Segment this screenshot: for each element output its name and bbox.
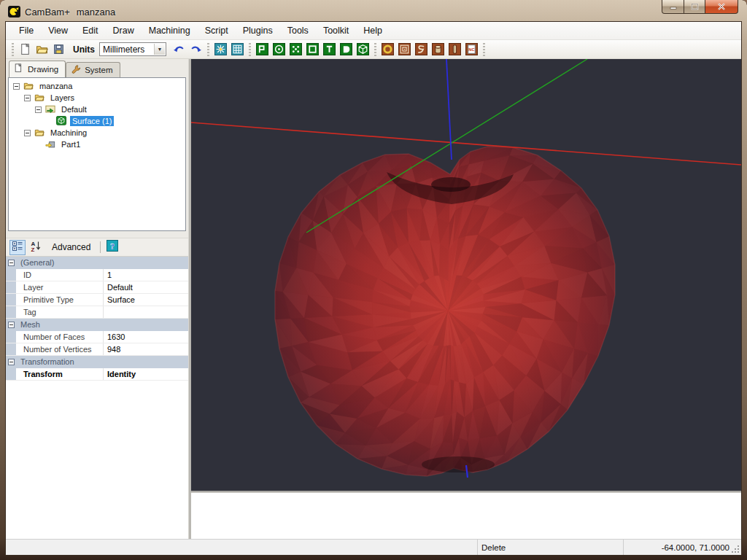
units-label: Units bbox=[73, 44, 95, 55]
rectangle-icon[interactable] bbox=[306, 43, 319, 55]
tree-item-label[interactable]: Part1 bbox=[59, 139, 82, 149]
property-value[interactable]: Surface bbox=[104, 294, 188, 306]
tree-item-layers[interactable]: Layers bbox=[10, 92, 185, 104]
bottom-panel bbox=[191, 493, 741, 539]
tree-item-surface-1-[interactable]: Surface (1) bbox=[10, 115, 185, 127]
tree-expander-icon[interactable] bbox=[24, 95, 31, 101]
menu-edit[interactable]: Edit bbox=[75, 22, 106, 39]
property-name: Layer bbox=[16, 281, 104, 293]
redo-icon[interactable] bbox=[190, 43, 202, 55]
property-category-general[interactable]: (General) bbox=[6, 257, 188, 269]
menu-plugins[interactable]: Plugins bbox=[236, 22, 280, 39]
category-collapse-icon[interactable] bbox=[8, 359, 15, 365]
drawing-tree[interactable]: manzanaLayersDefaultSurface (1)Machining… bbox=[8, 77, 186, 231]
title-bar[interactable]: CamBam+ manzana bbox=[0, 0, 747, 22]
undo-icon[interactable] bbox=[173, 43, 185, 55]
tree-item-manzana[interactable]: manzana bbox=[10, 80, 185, 92]
property-row-number-of-faces[interactable]: Number of Faces1630 bbox=[6, 331, 188, 343]
maximize-button[interactable] bbox=[684, 0, 705, 14]
panel-splitter[interactable] bbox=[6, 231, 188, 238]
polyline-icon[interactable] bbox=[256, 43, 268, 55]
property-name: Transform bbox=[16, 368, 104, 380]
menu-tools[interactable]: Tools bbox=[280, 22, 316, 39]
property-value[interactable]: Default bbox=[104, 281, 188, 293]
property-row-number-of-vertices[interactable]: Number of Vertices948 bbox=[6, 343, 188, 356]
tab-system[interactable]: System bbox=[66, 62, 120, 77]
menu-toolkit[interactable]: Toolkit bbox=[316, 22, 356, 39]
units-value: Millimeters bbox=[103, 44, 144, 55]
svg-text:?: ? bbox=[110, 241, 115, 252]
gcode-icon[interactable]: NC bbox=[465, 43, 478, 55]
categorized-view-button[interactable] bbox=[9, 240, 26, 255]
dropdown-arrow-icon[interactable]: ▼ bbox=[154, 44, 165, 55]
tree-item-default[interactable]: Default bbox=[10, 104, 185, 115]
alphabetical-sort-button[interactable]: AZ bbox=[28, 240, 44, 255]
tree-item-label[interactable]: manzana bbox=[37, 81, 74, 91]
wrench-icon bbox=[71, 64, 81, 76]
property-row-layer[interactable]: LayerDefault bbox=[6, 281, 188, 294]
property-value[interactable] bbox=[104, 306, 188, 318]
property-row-tag[interactable]: Tag bbox=[6, 306, 188, 319]
right-area bbox=[191, 59, 741, 539]
advanced-button[interactable]: Advanced bbox=[46, 242, 96, 252]
property-category-mesh[interactable]: Mesh bbox=[6, 319, 188, 331]
property-row-transform[interactable]: TransformIdentity bbox=[6, 368, 188, 381]
app-logo-icon bbox=[8, 6, 20, 18]
category-strip bbox=[6, 306, 16, 318]
text-icon[interactable] bbox=[323, 43, 336, 55]
menu-view[interactable]: View bbox=[41, 22, 75, 39]
property-value[interactable]: 1 bbox=[104, 269, 188, 281]
tree-item-machining[interactable]: Machining bbox=[10, 127, 185, 139]
pocket-toolpath-icon[interactable] bbox=[398, 43, 411, 55]
category-collapse-icon[interactable] bbox=[8, 322, 15, 328]
snap-points-icon[interactable] bbox=[214, 43, 227, 55]
units-dropdown[interactable]: Millimeters ▼ bbox=[99, 42, 166, 56]
menu-script[interactable]: Script bbox=[198, 22, 236, 39]
tree-expander-icon[interactable] bbox=[35, 106, 42, 113]
property-value[interactable]: Identity bbox=[104, 368, 188, 380]
category-collapse-icon[interactable] bbox=[8, 260, 15, 266]
property-value[interactable]: 948 bbox=[104, 343, 188, 355]
property-value[interactable]: 1630 bbox=[104, 331, 188, 343]
tree-expander-icon[interactable] bbox=[13, 83, 20, 90]
property-category-transformation[interactable]: Transformation bbox=[6, 356, 188, 368]
tree-item-label[interactable]: Layers bbox=[48, 93, 77, 103]
region-icon[interactable] bbox=[340, 43, 352, 55]
tree-item-label[interactable]: Default bbox=[59, 104, 89, 114]
grid-icon[interactable] bbox=[231, 43, 244, 55]
window-title-doc: manzana bbox=[77, 7, 115, 18]
tree-item-part1[interactable]: Part1 bbox=[10, 139, 185, 150]
tab-drawing[interactable]: Drawing bbox=[9, 61, 66, 77]
left-panel: DrawingSystem manzanaLayersDefaultSurfac… bbox=[6, 59, 188, 539]
point-list-icon[interactable] bbox=[290, 43, 302, 55]
property-row-primitive-type[interactable]: Primitive TypeSurface bbox=[6, 294, 188, 306]
property-name: ID bbox=[16, 269, 104, 281]
save-file-icon[interactable] bbox=[53, 43, 65, 55]
toolbar-grip bbox=[374, 43, 376, 56]
circle-icon[interactable] bbox=[273, 43, 285, 55]
resize-grip[interactable] bbox=[731, 545, 740, 554]
tree-expander-icon[interactable] bbox=[24, 130, 31, 136]
menu-draw[interactable]: Draw bbox=[106, 22, 142, 39]
property-row-id[interactable]: ID1 bbox=[6, 269, 188, 281]
lathe-toolpath-icon[interactable] bbox=[449, 43, 461, 55]
close-button[interactable] bbox=[705, 0, 738, 14]
folder-icon bbox=[23, 81, 34, 91]
menu-file[interactable]: File bbox=[12, 22, 41, 39]
3d-viewport[interactable] bbox=[191, 59, 741, 491]
drill-toolpath-icon[interactable] bbox=[432, 43, 444, 55]
tree-item-label[interactable]: Machining bbox=[48, 128, 89, 138]
property-name: Tag bbox=[16, 306, 104, 318]
surface-icon[interactable] bbox=[357, 43, 369, 55]
tree-item-label[interactable]: Surface (1) bbox=[70, 116, 114, 126]
profile-toolpath-icon[interactable] bbox=[382, 43, 394, 55]
menu-help[interactable]: Help bbox=[356, 22, 390, 39]
engrave-toolpath-icon[interactable] bbox=[415, 43, 427, 55]
folder-icon bbox=[34, 93, 45, 103]
open-file-icon[interactable] bbox=[36, 43, 48, 55]
minimize-button[interactable] bbox=[662, 0, 684, 14]
property-name: Primitive Type bbox=[16, 294, 104, 306]
new-document-icon[interactable] bbox=[19, 43, 31, 55]
property-help-button[interactable]: ? bbox=[104, 240, 120, 255]
menu-machining[interactable]: Machining bbox=[142, 22, 198, 39]
